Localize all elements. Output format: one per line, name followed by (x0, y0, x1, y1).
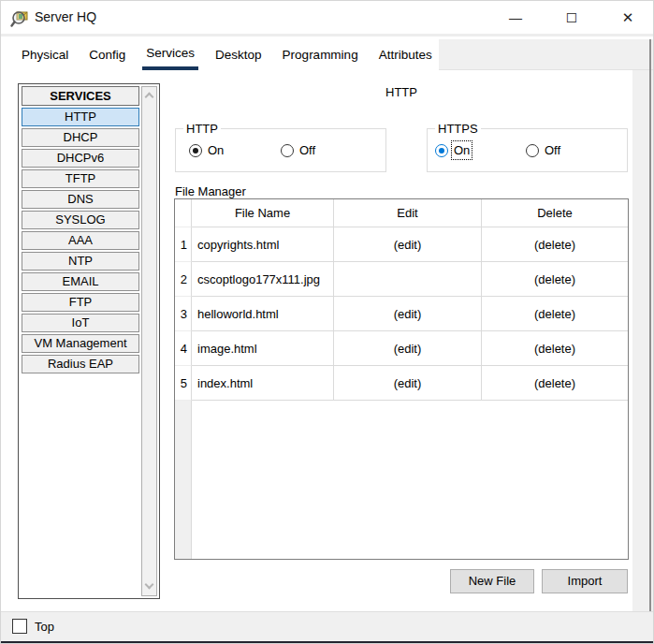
file-name-cell: index.html (192, 366, 334, 401)
sidebar-item-aaa[interactable]: AAA (22, 231, 139, 250)
table-row: 3 helloworld.html (edit) (delete) (175, 297, 628, 331)
table-row: 4 image.html (edit) (delete) (175, 331, 628, 366)
http-on-radio-icon[interactable] (189, 144, 202, 157)
footer-bar: Top (1, 611, 654, 641)
sidebar-item-email[interactable]: EMAIL (22, 272, 139, 291)
minimize-icon[interactable]: — (501, 1, 530, 35)
tab-services[interactable]: Services (142, 39, 198, 70)
page-title: HTTP (174, 85, 629, 99)
row-number: 1 (175, 227, 192, 262)
column-header-file-name: File Name (192, 199, 334, 227)
tabs: Physical Config Services Desktop Program… (18, 39, 436, 70)
file-name-cell: helloworld.html (192, 297, 334, 331)
http-off-radio-icon[interactable] (281, 144, 294, 157)
delete-link[interactable]: (delete) (482, 227, 628, 262)
sidebar-item-vm-management[interactable]: VM Management (22, 334, 139, 353)
maximize-icon[interactable]: ☐ (557, 1, 587, 35)
https-on-radio-icon[interactable] (435, 144, 448, 157)
tab-desktop[interactable]: Desktop (211, 39, 266, 70)
column-header-delete: Delete (482, 199, 628, 227)
row-number-header (175, 199, 192, 227)
sidebar-item-ntp[interactable]: NTP (22, 252, 139, 271)
edit-link[interactable]: (edit) (334, 227, 482, 262)
column-header-edit: Edit (334, 199, 482, 227)
https-group-label: HTTPS (435, 122, 481, 136)
file-name-cell: cscoptlogo177x111.jpg (192, 262, 334, 297)
edit-link[interactable]: (edit) (334, 297, 482, 331)
table-row: 2 cscoptlogo177x111.jpg (delete) (175, 262, 628, 297)
table-row: 5 index.html (edit) (delete) (175, 366, 628, 401)
packet-tracer-app-icon (10, 8, 31, 29)
sidebar-item-http[interactable]: HTTP (22, 108, 139, 126)
sidebar-item-syslog[interactable]: SYSLOG (22, 211, 139, 229)
http-on-radio[interactable]: On (189, 143, 224, 157)
import-button[interactable]: Import (542, 569, 628, 593)
http-groupbox: HTTP On Off (175, 128, 386, 172)
server-config-window: Server HQ — ☐ ✕ Physical Config Services… (0, 0, 654, 644)
tab-bar: Physical Config Services Desktop Program… (1, 39, 654, 70)
sidebar-item-radius-eap[interactable]: Radius EAP (22, 355, 139, 373)
file-manager-label: File Manager (175, 184, 246, 198)
window-right-border (649, 39, 651, 641)
edit-link (334, 262, 482, 297)
sidebar-item-dhcp[interactable]: DHCP (22, 128, 139, 147)
scroll-down-icon[interactable] (145, 582, 153, 591)
scroll-up-icon[interactable] (145, 92, 153, 100)
titlebar: Server HQ — ☐ ✕ (1, 1, 654, 37)
top-checkbox-label: Top (35, 620, 54, 634)
file-manager-table: File Name Edit Delete 1 copyrights.html … (174, 198, 629, 560)
services-sidebar: SERVICES HTTP DHCP DHCPv6 TFTP DNS SYSLO… (18, 83, 160, 599)
https-groupbox: HTTPS On Off (427, 128, 628, 172)
sidebar-item-ftp[interactable]: FTP (22, 293, 139, 312)
https-off-radio-icon[interactable] (526, 144, 539, 157)
https-on-radio[interactable]: On (435, 143, 470, 157)
tab-config[interactable]: Config (85, 39, 129, 70)
tab-programming[interactable]: Programming (279, 39, 362, 70)
http-group-label: HTTP (183, 122, 221, 136)
delete-link[interactable]: (delete) (482, 262, 628, 297)
top-checkbox[interactable] (12, 619, 27, 634)
https-off-radio[interactable]: Off (526, 143, 560, 157)
sidebar-item-dhcpv6[interactable]: DHCPv6 (22, 149, 139, 168)
sidebar-item-iot[interactable]: IoT (22, 314, 139, 332)
table-header-row: File Name Edit Delete (175, 199, 628, 227)
window-title: Server HQ (35, 9, 96, 24)
delete-link[interactable]: (delete) (482, 331, 628, 366)
edit-link[interactable]: (edit) (334, 366, 482, 401)
http-off-radio[interactable]: Off (281, 143, 315, 157)
tabbar-filler (439, 39, 654, 70)
row-number: 4 (175, 331, 192, 366)
tab-attributes[interactable]: Attributes (375, 39, 436, 70)
row-number: 2 (175, 262, 192, 297)
close-icon[interactable]: ✕ (613, 1, 643, 35)
table-empty-area (175, 401, 628, 559)
row-number: 3 (175, 297, 192, 331)
file-name-cell: image.html (192, 331, 334, 366)
table-row: 1 copyrights.html (edit) (delete) (175, 227, 628, 262)
row-number: 5 (175, 366, 192, 401)
file-name-cell: copyrights.html (192, 227, 334, 262)
sidebar-item-dns[interactable]: DNS (22, 190, 139, 209)
row-number-gutter (175, 401, 192, 559)
new-file-button[interactable]: New File (450, 569, 534, 593)
sidebar-scrollbar[interactable] (141, 86, 157, 596)
tab-physical[interactable]: Physical (18, 39, 72, 70)
sidebar-item-tftp[interactable]: TFTP (22, 169, 139, 188)
delete-link[interactable]: (delete) (482, 366, 628, 401)
services-button-list: SERVICES HTTP DHCP DHCPv6 TFTP DNS SYSLO… (22, 86, 139, 375)
delete-link[interactable]: (delete) (482, 297, 628, 331)
services-header: SERVICES (22, 86, 139, 106)
edit-link[interactable]: (edit) (334, 331, 482, 366)
